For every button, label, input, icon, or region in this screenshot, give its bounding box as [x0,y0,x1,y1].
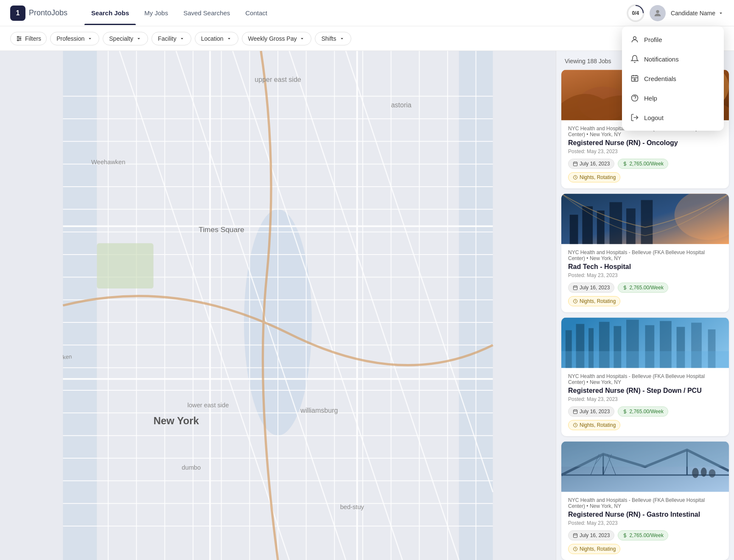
progress-value: 0/4 [628,6,643,20]
job-title-2: Rad Tech - Hospital [568,263,722,271]
dollar-icon-3 [622,409,628,414]
dropdown-credentials-label: Credentials [644,75,676,82]
svg-rect-82 [610,202,622,244]
logo-area: 1 ProntoJobs [10,6,67,21]
svg-point-118 [692,468,699,478]
calendar-icon-4 [573,533,578,538]
dropdown-logout[interactable]: Logout [622,108,724,127]
logout-icon [630,113,639,122]
job-pay-tag-1: 2,765.00/Week [618,159,668,169]
job-pay-tag-4: 2,765.00/Week [618,530,668,540]
svg-point-130 [634,79,635,80]
specialty-label: Specialty [109,35,133,42]
facility-filter[interactable]: Facility [151,32,191,45]
nav-search-jobs[interactable]: Search Jobs [84,6,136,20]
profession-filter[interactable]: Profession [50,32,99,45]
header: 1 ProntoJobs Search Jobs My Jobs Saved S… [0,0,734,26]
nav-my-jobs[interactable]: My Jobs [137,6,175,20]
question-icon [630,94,639,102]
job-card-body-3: NYC Health and Hospitals - Bellevue (FKA… [561,368,729,436]
job-title-4: Registered Nurse (RN) - Gastro Intestina… [568,511,722,518]
filters-button[interactable]: Filters [10,32,47,45]
map-area[interactable]: Weehawken upper east side astoria Times … [0,51,556,560]
weekly-gross-pay-filter[interactable]: Weekly Gross Pay [242,32,312,45]
job-card-4[interactable]: NYC Health and Hospitals - Bellevue (FKA… [561,441,729,560]
specialty-chevron-icon [136,36,142,42]
weekly-gross-pay-label: Weekly Gross Pay [248,35,297,42]
svg-text:Weehawken: Weehawken [91,159,125,165]
location-label: Location [201,35,224,42]
dropdown-logout-label: Logout [644,114,664,121]
svg-text:lower east side: lower east side [188,402,229,409]
candidate-name-button[interactable]: Candidate Name [671,10,724,17]
clock-icon [573,175,578,180]
job-card-3[interactable]: NYC Health and Hospitals - Bellevue (FKA… [561,317,729,436]
job-card-body-4: NYC Health and Hospitals - Bellevue (FKA… [561,492,729,560]
job-tags-3: July 16, 2023 2,765.00/Week Nights, Rota… [568,406,722,430]
svg-text:bed-stuy: bed-stuy [340,504,364,510]
svg-rect-72 [574,162,577,166]
dropdown-profile-label: Profile [644,36,662,43]
job-facility-4: NYC Health and Hospitals - Bellevue (FKA… [568,497,722,509]
shifts-label: Shifts [321,35,336,42]
filters-label: Filters [25,35,41,42]
nav-contact[interactable]: Contact [238,6,274,20]
dropdown-notifications-label: Notifications [644,56,679,63]
svg-point-6 [17,39,19,41]
svg-rect-121 [561,442,729,467]
job-shift-tag-1: Nights, Rotating [568,172,620,182]
viewing-jobs-label: Viewing 188 Jobs [565,58,611,64]
job-tags-4: July 16, 2023 2,765.00/Week Nights, Rota… [568,530,722,554]
svg-rect-104 [561,351,729,368]
dollar-icon-2 [622,285,628,290]
badge-icon [630,74,639,83]
svg-point-5 [20,38,21,39]
specialty-filter[interactable]: Specialty [103,32,148,45]
shifts-filter[interactable]: Shifts [315,32,351,45]
location-filter[interactable]: Location [195,32,238,45]
dropdown-help[interactable]: Help [622,88,724,108]
dropdown-credentials[interactable]: Credentials [622,69,724,88]
profile-progress: 0/4 [627,4,644,22]
job-tags-2: July 16, 2023 2,765.00/Week Nights, Rota… [568,283,722,306]
calendar-icon-3 [573,409,578,414]
svg-text:ken: ken [62,353,72,361]
job-shift-tag-2: Nights, Rotating [568,296,620,306]
job-posted-2: Posted: May 23, 2023 [568,272,722,278]
user-dropdown-menu: Profile Notifications Credentials Help L… [622,26,724,131]
svg-text:williamsburg: williamsburg [300,407,338,414]
svg-point-119 [701,468,707,477]
job-facility-3: NYC Health and Hospitals - Bellevue (FKA… [568,373,722,385]
svg-text:New York: New York [154,415,199,426]
dropdown-profile[interactable]: Profile [622,30,724,49]
svg-text:astoria: astoria [391,101,412,109]
job-posted-1: Posted: May 23, 2023 [568,148,722,154]
dollar-icon-4 [622,533,628,538]
svg-rect-83 [626,208,636,244]
svg-rect-10 [63,51,97,560]
location-chevron-icon [226,36,232,42]
job-card-body-1: NYC Health and Hospitals - Bellevue (FKA… [561,120,729,188]
svg-rect-79 [570,215,578,244]
logo-text: ProntoJobs [29,8,67,17]
job-pay-tag-3: 2,765.00/Week [618,406,668,417]
nav-saved-searches[interactable]: Saved Searches [176,6,237,20]
brand-name: Pronto [29,8,51,17]
chevron-down-icon [718,10,724,16]
job-card-image-3 [561,317,729,368]
clock-icon-3 [573,423,578,428]
svg-point-0 [656,10,659,13]
job-card-2[interactable]: NYC Health and Hospitals - Bellevue (FKA… [561,193,729,312]
dropdown-notifications[interactable]: Notifications [622,49,724,69]
job-title-3: Registered Nurse (RN) - Step Down / PCU [568,387,722,395]
job-date-tag-2: July 16, 2023 [568,283,614,293]
brand-suffix: Jobs [51,8,67,17]
weekly-gross-pay-chevron-icon [299,36,305,42]
bell-icon [630,55,639,63]
job-posted-4: Posted: May 23, 2023 [568,520,722,526]
svg-text:dumbo: dumbo [182,464,201,471]
map-svg: Weehawken upper east side astoria Times … [0,51,556,560]
svg-text:Times Square: Times Square [199,225,244,234]
svg-point-120 [709,469,716,478]
job-posted-3: Posted: May 23, 2023 [568,396,722,402]
